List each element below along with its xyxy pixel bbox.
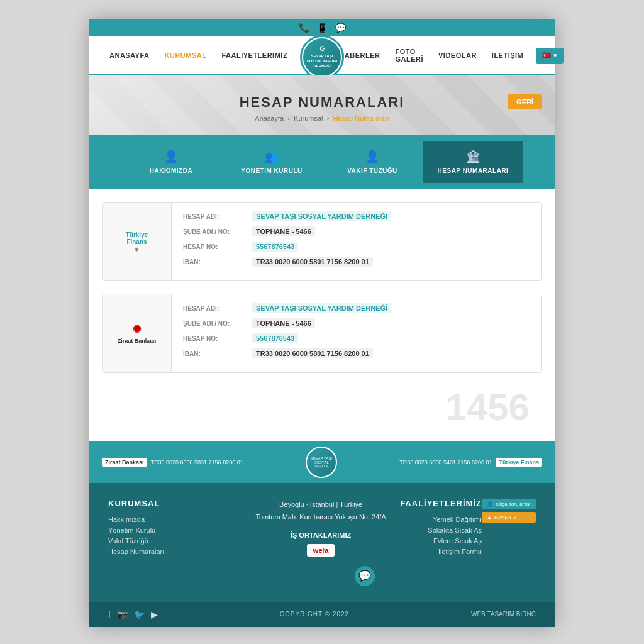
iban-label-tf: IBAN: [183, 258, 252, 265]
copyright-text: COPYRIGHT © 2022 [280, 611, 349, 618]
nav-videolar[interactable]: VİDEOLAR [431, 40, 484, 70]
decorative-numbers: 1456 [102, 386, 542, 429]
flag-icon: 🇹🇷 [542, 52, 551, 60]
footer-iletisim[interactable]: İletişim Formu [400, 548, 482, 555]
tab-vakif-label: VAKIF TÜZÜĞÜ [347, 167, 397, 174]
sidebar-btn-hakliyiz[interactable]: ▲ HAKLIYIZ [482, 512, 536, 523]
tab-hesap-numaralari[interactable]: 🏦 HESAP NUMARALARI [423, 141, 523, 183]
iban-value-tf: TR33 0020 6000 5801 7156 8200 01 [252, 257, 373, 267]
footer-col-center: Beyoğlu · İstanbul | Türkiye Tomtom Mah.… [254, 499, 387, 586]
hesap-adi-label-zr: HESAP ADI: [183, 305, 252, 312]
chat-widget[interactable]: 💬 [355, 566, 375, 586]
bank-logo-zr: ✺ Ziraat Bankası [103, 294, 172, 372]
partners-title: İŞ ORTAKLARIMIZ [254, 531, 387, 539]
nav-right: HABERLER FOTO GALERİ VİDEOLAR İLETİŞİM 🇹… [331, 36, 564, 74]
footer-col-faaliyetler: FAALİYETLERİMİZ Yemek Dağıtımı Sokakta S… [400, 499, 536, 586]
sikca-label: sıkça sorulanlar [496, 501, 531, 507]
tab-hesap-label: HESAP NUMARALARI [438, 167, 509, 174]
hesap-adi-label-tf: HESAP ADI: [183, 213, 252, 220]
zr-logo-text: ✺ Ziraat Bankası [118, 323, 157, 344]
sube-value-zr: TOPHANE - 5466 [252, 318, 315, 328]
language-button[interactable]: 🇹🇷 ▾ [536, 48, 564, 64]
tab-vakif-tuzugu[interactable]: 👤 VAKIF TÜZÜĞÜ [322, 141, 423, 183]
nav-anasayfa[interactable]: ANASAYFA [102, 40, 157, 70]
address-line2: Tomtom Mah. Kumbaracı Yokuşu No: 24/A [254, 511, 387, 524]
sidebar-btn-sikca[interactable]: 👤 sıkça sorulanlar [482, 499, 536, 509]
hesap-adi-row-zr: HESAP ADI: SEVAP TAŞI SOSYAL YARDIM DERN… [183, 303, 530, 313]
nav-kurumsal[interactable]: KURUMSAL [157, 40, 214, 70]
nav-foto-galeri[interactable]: FOTO GALERİ [387, 36, 431, 74]
breadcrumb-home[interactable]: Anasayfa [255, 114, 284, 122]
footer-evlere[interactable]: Evlere Sıcak Aş [400, 537, 482, 545]
arrow-up-icon: ▲ [487, 514, 492, 520]
nav-iletisim[interactable]: İLETİŞİM [484, 40, 531, 70]
logo-circle: ☪ SEVAP TAŞISOSYAL YARDIMDERNEĞİ [300, 35, 344, 79]
breadcrumb-kurumsal[interactable]: Kurumsal [294, 114, 323, 122]
web-design-text: WEB TASARIM BIRNC [471, 611, 536, 618]
faaliyetler-footer-title: FAALİYETLERİMİZ [400, 499, 482, 508]
footer-dark: KURUMSAL Hakkımızda Yönetim Kurulu Vakıf… [89, 483, 555, 602]
iban-value-zr: TR33 0020 6000 5801 7156 8200 01 [252, 348, 373, 358]
footer-ticker: Ziraat Bankası TR33 0020 6000 5801 7156 … [89, 441, 555, 483]
breadcrumb: Anasayfa › Kurumsal › Hesap Numaraları [102, 114, 542, 122]
footer-sokakta[interactable]: Sokakta Sıcak Aş [400, 526, 482, 534]
ticker-center-logo: SEVAP TAŞISOSYALYARDIM [306, 447, 337, 478]
sube-row-zr: ŞUBE ADI / NO: TOPHANE - 5466 [183, 318, 530, 328]
bank-icon: 🏦 [466, 150, 480, 164]
address-line1: Beyoğlu · İstanbul | Türkiye [254, 499, 387, 511]
sube-label-zr: ŞUBE ADI / NO: [183, 320, 252, 327]
hesap-no-label-tf: HESAP NO: [183, 243, 252, 250]
facebook-icon[interactable]: f [108, 609, 111, 619]
group-icon: 👥 [265, 150, 279, 164]
hesap-no-row-zr: HESAP NO: 5567876543 [183, 333, 530, 343]
tf-logo-text: Türkiye Finans ◆ [126, 231, 148, 252]
wefa-logo: wefa [307, 544, 335, 557]
hakliyiz-label: HAKLIYIZ [494, 514, 517, 520]
back-button[interactable]: GERİ [508, 94, 542, 109]
ziraat-ticker-logo: Ziraat Bankası [102, 458, 147, 467]
tab-yonetim-kurulu[interactable]: 👥 YÖNETİM KURULU [221, 141, 322, 183]
navbar: ANASAYFA KURUMSAL FAALİYETLERİMİZ S.S.S.… [89, 36, 555, 75]
kurumsal-footer-title: KURUMSAL [108, 499, 242, 508]
tab-yonetim-label: YÖNETİM KURULU [241, 167, 303, 174]
nav-faaliyetler[interactable]: FAALİYETLERİMİZ [214, 40, 295, 70]
footer-hakkimizda[interactable]: Hakkımızda [108, 516, 242, 523]
sube-label-tf: ŞUBE ADI / NO: [183, 228, 252, 235]
bank-info-tf: HESAP ADI: SEVAP TAŞI SOSYAL YARDIM DERN… [172, 203, 541, 280]
hesap-no-value-tf: 5567876543 [252, 242, 298, 252]
nav-center-logo: ☪ SEVAP TAŞISOSYAL YARDIMDERNEĞİ [300, 32, 344, 79]
page-title: HESAP NUMARALARI [102, 94, 542, 111]
logo-inner: ☪ SEVAP TAŞISOSYAL YARDIMDERNEĞİ [303, 38, 341, 76]
bank-logo-tf: Türkiye Finans ◆ [103, 203, 172, 280]
footer-columns: KURUMSAL Hakkımızda Yönetim Kurulu Vakıf… [108, 499, 536, 586]
youtube-icon[interactable]: ▶ [151, 609, 158, 619]
question-icon: 👤 [487, 501, 493, 507]
footer-address: Beyoğlu · İstanbul | Türkiye Tomtom Mah.… [254, 499, 387, 524]
breadcrumb-current: Hesap Numaraları [333, 114, 389, 122]
footer-col-kurumsal: KURUMSAL Hakkımızda Yönetim Kurulu Vakıf… [108, 499, 242, 586]
instagram-icon[interactable]: 📷 [117, 609, 128, 619]
iban-row-zr: IBAN: TR33 0020 6000 5801 7156 8200 01 [183, 348, 530, 358]
footer-yonetim[interactable]: Yönetim Kurulu [108, 526, 242, 534]
tf-ticker-logo: Türkiye Finans [496, 458, 542, 467]
hesap-adi-value-tf: SEVAP TAŞI SOSYAL YARDIM DERNEĞİ [252, 211, 391, 221]
hero-section: HESAP NUMARALARI Anasayfa › Kurumsal › H… [89, 75, 555, 135]
bank-card-tf: Türkiye Finans ◆ HESAP ADI: SEVAP TAŞI S… [102, 202, 542, 281]
twitter-icon[interactable]: 🐦 [134, 609, 145, 619]
hesap-no-label-zr: HESAP NO: [183, 335, 252, 342]
tab-hakkimizda-label: HAKKIMIZDA [150, 167, 192, 174]
hesap-no-row-tf: HESAP NO: 5567876543 [183, 242, 530, 252]
footer-hesap[interactable]: Hesap Numaraları [108, 548, 242, 555]
hesap-adi-value-zr: SEVAP TAŞI SOSYAL YARDIM DERNEĞİ [252, 303, 391, 313]
bank-info-zr: HESAP ADI: SEVAP TAŞI SOSYAL YARDIM DERN… [172, 294, 541, 372]
tab-hakkimizda[interactable]: 👤 HAKKIMIZDA [121, 141, 221, 183]
main-content: Türkiye Finans ◆ HESAP ADI: SEVAP TAŞI S… [89, 189, 555, 441]
nav-left: ANASAYFA KURUMSAL FAALİYETLERİMİZ S.S.S. [102, 40, 331, 70]
footer-vakif[interactable]: Vakıf Tüzüğü [108, 537, 242, 545]
hesap-adi-row-tf: HESAP ADI: SEVAP TAŞI SOSYAL YARDIM DERN… [183, 211, 530, 221]
iban-label-zr: IBAN: [183, 350, 252, 357]
tabs-bar: 👤 HAKKIMIZDA 👥 YÖNETİM KURULU 👤 VAKIF TÜ… [89, 135, 555, 189]
footer-yemek[interactable]: Yemek Dağıtımı [400, 516, 482, 523]
document-icon: 👤 [365, 150, 380, 164]
hesap-no-value-zr: 5567876543 [252, 333, 298, 343]
